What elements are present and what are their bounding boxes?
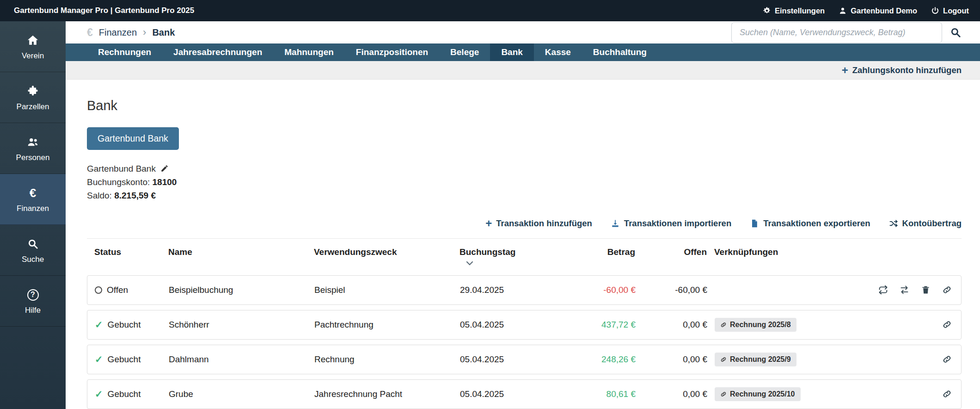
trash-icon[interactable] [921,285,931,295]
edit-account-button[interactable] [160,164,169,173]
power-icon [931,6,939,15]
check-icon: ✓ [95,320,103,329]
search-input[interactable] [731,22,942,43]
date-cell: 29.04.2025 [453,285,559,295]
check-icon: ✓ [95,389,103,399]
search-group [731,22,962,43]
table-header: Status Name Verwendungszweck Buchungstag… [87,238,962,270]
link-icon[interactable] [942,354,952,364]
sidebar-item-label: Hilfe [25,306,41,315]
tab-belege[interactable]: Belege [439,43,490,61]
sidebar-item-label: Parzellen [17,102,49,112]
sidebar-item-label: Verein [22,51,44,61]
app-title: Gartenbund Manager Pro | Gartenbund Pro … [14,6,194,15]
repeat-icon[interactable] [878,285,888,295]
links-cell: Rechnung 2025/8 [710,318,869,332]
account-selector-gartenbund-bank[interactable]: Gartenbund Bank [87,127,179,150]
account-toolbar: + Zahlungskonto hinzufügen [66,61,980,80]
open-amount-cell: 0,00 € [638,354,710,365]
open-circle-icon [95,286,102,294]
sort-chevron-down-icon[interactable] [466,261,558,266]
export-transactions-button[interactable]: Transaktionen exportieren [750,218,870,229]
sidebar-item-parzellen[interactable]: Parzellen [0,72,66,123]
user-icon [839,6,847,15]
sidebar-item-label: Finanzen [17,204,49,213]
status-cell: ✓ Gebucht [87,354,161,365]
tab-jahresabrechnungen[interactable]: Jahresabrechnungen [162,43,273,61]
transaction-actions: + Transaktion hinzufügen Transaktionen i… [87,218,962,229]
euro-icon: € [26,186,39,199]
euro-module-icon: € [87,26,93,39]
column-header-verwendungszweck: Verwendungszweck [306,247,452,257]
name-cell: Grube [161,389,307,399]
sidebar-item-finanzen[interactable]: € Finanzen [0,174,66,225]
chain-icon [720,322,727,328]
saldo-value: 8.215,59 € [114,191,156,200]
import-transactions-button[interactable]: Transaktionen importieren [611,218,731,229]
logout-button[interactable]: Logout [931,6,969,15]
column-header-betrag: Betrag [558,247,638,257]
users-icon [26,136,39,149]
amount-cell: 80,61 € [559,389,638,399]
tab-mahnungen[interactable]: Mahnungen [273,43,345,61]
check-icon: ✓ [95,354,103,364]
search-submit-button[interactable] [949,26,962,38]
breadcrumb: € Finanzen › Bank [87,26,175,39]
column-header-offen: Offen [638,247,710,257]
account-transfer-button[interactable]: Kontoübertrag [889,218,962,229]
name-cell: Dahlmann [161,354,307,365]
breadcrumb-finanzen[interactable]: Finanzen [99,27,137,38]
name-cell: Beispielbuchung [161,285,307,295]
exchange-icon[interactable] [900,285,909,295]
linked-invoice-badge[interactable]: Rechnung 2025/9 [715,353,796,366]
export-icon [750,219,759,228]
open-amount-cell: 0,00 € [638,320,710,330]
column-header-name: Name [161,247,306,257]
chain-icon [720,391,727,397]
breadcrumb-bank: Bank [152,27,175,38]
logout-label: Logout [943,6,969,15]
column-header-status: Status [87,247,161,257]
purpose-cell: Rechnung [307,354,453,365]
links-cell: Rechnung 2025/10 [710,387,869,401]
row-actions [869,389,961,399]
link-icon[interactable] [942,320,952,329]
sidebar-item-verein[interactable]: Verein [0,21,66,72]
export-transactions-label: Transaktionen exportieren [763,218,870,229]
sidebar-item-hilfe[interactable]: ? Hilfe [0,276,66,327]
finance-tabs: Rechnungen Jahresabrechnungen Mahnungen … [66,43,980,61]
tab-finanzpositionen[interactable]: Finanzpositionen [345,43,439,61]
tab-bank[interactable]: Bank [490,43,533,61]
user-menu[interactable]: Gartenbund Demo [839,6,917,15]
tab-kasse[interactable]: Kasse [534,43,582,61]
date-cell: 05.04.2025 [453,320,559,330]
link-icon[interactable] [942,285,952,295]
sidebar-item-personen[interactable]: Personen [0,123,66,174]
link-icon[interactable] [942,389,952,399]
linked-invoice-badge[interactable]: Rechnung 2025/8 [715,318,796,332]
add-transaction-label: Transaktion hinzufügen [496,218,592,229]
add-transaction-button[interactable]: + Transaktion hinzufügen [485,218,592,229]
open-amount-cell: 0,00 € [638,389,710,399]
settings-label: Einstellungen [775,6,825,15]
row-actions [869,354,961,364]
tab-buchhaltung[interactable]: Buchhaltung [582,43,658,61]
booking-account-value: 18100 [153,177,177,187]
search-icon [949,26,962,38]
sidebar-item-suche[interactable]: Suche [0,225,66,276]
date-cell: 05.04.2025 [453,389,559,399]
add-payment-account-button[interactable]: + Zahlungskonto hinzufügen [842,65,962,76]
home-icon [26,34,39,47]
help-icon: ? [26,288,39,301]
linked-invoice-badge[interactable]: Rechnung 2025/10 [715,387,801,401]
tab-rechnungen[interactable]: Rechnungen [87,43,162,61]
settings-button[interactable]: Einstellungen [763,6,825,15]
purpose-cell: Jahresrechnung Pacht [307,389,453,399]
column-header-buchungstag[interactable]: Buchungstag [452,247,558,266]
shuffle-icon [889,219,898,228]
date-cell: 05.04.2025 [453,354,559,365]
row-actions [869,285,961,295]
amount-cell: 437,72 € [559,320,638,330]
table-row: ✓ Gebucht Grube Jahresrechnung Pacht 05.… [87,379,962,409]
user-label: Gartenbund Demo [851,6,917,15]
